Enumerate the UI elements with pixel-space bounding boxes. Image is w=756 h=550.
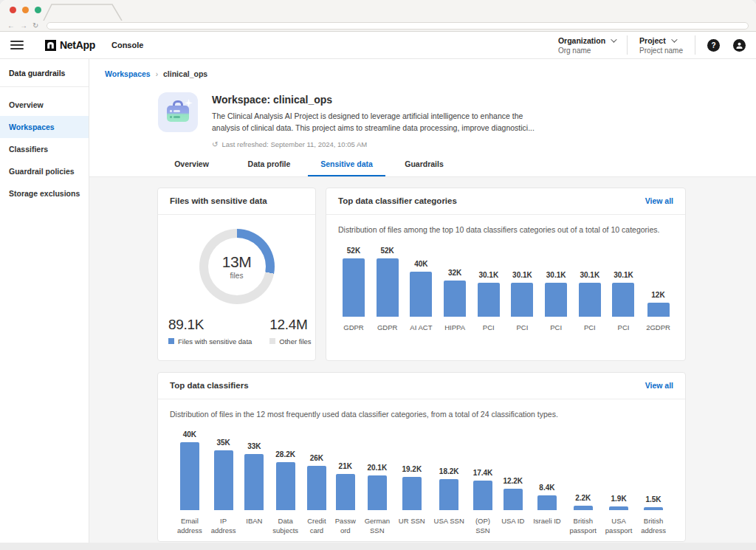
card-subtitle: Distribution of files among the top 10 d… <box>326 215 685 234</box>
browser-toolbar: ← → ↻ <box>0 21 756 32</box>
bar-column: 21KPassword <box>335 429 356 537</box>
bar <box>439 479 458 510</box>
breadcrumb-separator: › <box>156 70 158 78</box>
bar-category-label: AI ACT <box>410 323 432 333</box>
brand-name: NetApp <box>60 39 95 51</box>
bar-column: 40KAI ACT <box>410 244 432 333</box>
chevron-down-icon <box>671 36 677 42</box>
bar-category-label: PCI <box>550 323 562 333</box>
breadcrumb: Workspaces › clinical_ops <box>89 69 756 78</box>
sidebar-item-workspaces[interactable]: Workspaces <box>0 116 89 138</box>
bar-category-label: USA ID <box>501 516 524 526</box>
sidebar-item-guardrail-policies[interactable]: Guardrail policies <box>0 160 89 182</box>
netapp-logo-icon <box>45 40 56 51</box>
maximize-window-button[interactable] <box>35 7 41 13</box>
bar-category-label: UR SSN <box>399 516 425 526</box>
bar-column: 52KGDPR <box>377 244 399 333</box>
sidebar-item-storage-exclusions[interactable]: Storage exclusions <box>0 182 89 204</box>
back-icon[interactable]: ← <box>7 22 15 30</box>
tab-overview[interactable]: Overview <box>153 159 230 176</box>
bar-value-label: 8.4K <box>539 484 554 492</box>
bar-column: 30.1KPCI <box>579 244 601 333</box>
bar-column: 52KGDPR <box>343 244 365 333</box>
bar-value-label: 12K <box>651 291 664 299</box>
tab-sensitive-data[interactable]: Sensitive data <box>308 159 385 176</box>
bar <box>504 489 523 509</box>
bar-category-label: PCI <box>483 323 495 333</box>
bar-column: 28.2KDatasubjects <box>272 429 298 537</box>
top-classifiers-card: Top data classifiers View all Distributi… <box>157 372 686 542</box>
menu-icon[interactable] <box>10 41 24 49</box>
bar-value-label: 17.4K <box>473 469 493 477</box>
bar-column: 30.1KPCI <box>545 244 567 333</box>
bar-category-label: GDPR <box>343 323 363 333</box>
view-all-link[interactable]: View all <box>645 196 673 205</box>
top-categories-card: Top data classifier categories View all … <box>326 188 686 361</box>
bar-value-label: 52K <box>380 247 394 255</box>
legend-swatch-blue <box>168 338 174 344</box>
bar-value-label: 52K <box>347 247 360 255</box>
bar-value-label: 21K <box>339 462 352 470</box>
bar-category-label: Britishaddress <box>641 516 666 537</box>
user-avatar-icon[interactable] <box>733 39 746 52</box>
forward-icon[interactable]: → <box>20 22 27 30</box>
bar <box>612 283 634 317</box>
organization-dropdown[interactable]: Organization Org name <box>558 36 615 55</box>
bar-column: 2.2KBritishpassport <box>570 429 597 537</box>
bar-column: 26KCreditcard <box>307 429 326 537</box>
sidebar-title: Data guardrails <box>0 59 89 87</box>
bar-value-label: 30.1K <box>546 271 566 279</box>
bar <box>574 506 593 509</box>
bar-category-label: 2GDPR <box>646 323 670 333</box>
bar-category-label: USApassport <box>605 516 632 537</box>
bar-column: 35KIPaddress <box>211 429 236 537</box>
bar <box>478 283 500 317</box>
bar-column: 40KEmailaddress <box>177 429 202 537</box>
bar-value-label: 20.1K <box>367 464 387 472</box>
view-all-link[interactable]: View all <box>645 381 673 390</box>
card-title: Files with sensitive data <box>170 196 267 205</box>
bar-column: 18.2KUSA SSN <box>434 429 464 537</box>
header-divider <box>695 35 695 55</box>
content-area: Files with sensitive data 13M files <box>89 177 756 542</box>
main-area: Workspaces › clinical_ops <box>89 59 756 543</box>
bar <box>214 450 233 510</box>
bar-column: 30.1KPCI <box>478 244 500 333</box>
bar-value-label: 35K <box>216 439 230 447</box>
minimize-window-button[interactable] <box>22 7 29 13</box>
bar-category-label: Datasubjects <box>272 516 298 537</box>
browser-tab[interactable] <box>43 4 123 21</box>
breadcrumb-current: clinical_ops <box>163 69 207 78</box>
stat-sensitive-files: 89.1K Files with sensitive data <box>168 317 252 346</box>
url-input[interactable] <box>47 22 749 30</box>
breadcrumb-workspaces-link[interactable]: Workspaces <box>105 69 151 78</box>
bar-category-label: Emailaddress <box>177 516 202 537</box>
sidebar: Data guardrails Overview Workspaces Clas… <box>0 59 89 543</box>
bar-column: 1.9KUSApassport <box>605 429 632 537</box>
help-icon[interactable]: ? <box>707 39 720 52</box>
bar <box>444 281 466 317</box>
bar-category-label: PCI <box>584 323 596 333</box>
card-title: Top data classifier categories <box>338 196 457 205</box>
bar-value-label: 30.1K <box>614 271 633 279</box>
tab-data-profile[interactable]: Data profile <box>230 159 308 176</box>
tab-guardrails[interactable]: Guardrails <box>385 159 463 176</box>
stat-other-files: 12.4M Other files <box>269 317 311 346</box>
bar-column: 1.5KBritishaddress <box>641 429 666 537</box>
bar-value-label: 2.2K <box>575 494 591 502</box>
bar-column: 30.1KPCI <box>511 244 533 333</box>
close-window-button[interactable] <box>10 7 16 13</box>
project-dropdown[interactable]: Project Project name <box>639 36 683 55</box>
sidebar-item-classifiers[interactable]: Classifiers <box>0 138 89 160</box>
tab-bar: Overview Data profile Sensitive data Gua… <box>153 159 756 176</box>
reload-icon[interactable]: ↻ <box>32 22 38 30</box>
files-sensitive-data-card: Files with sensitive data 13M files <box>157 188 316 361</box>
sidebar-item-overview[interactable]: Overview <box>0 94 89 116</box>
bar <box>579 283 601 317</box>
bar-value-label: 1.9K <box>611 495 626 503</box>
netapp-logo[interactable]: NetApp <box>45 39 95 51</box>
bar <box>511 283 533 317</box>
donut-center-label: files <box>230 272 244 280</box>
bar <box>537 495 557 509</box>
bar-value-label: 33K <box>247 442 261 450</box>
